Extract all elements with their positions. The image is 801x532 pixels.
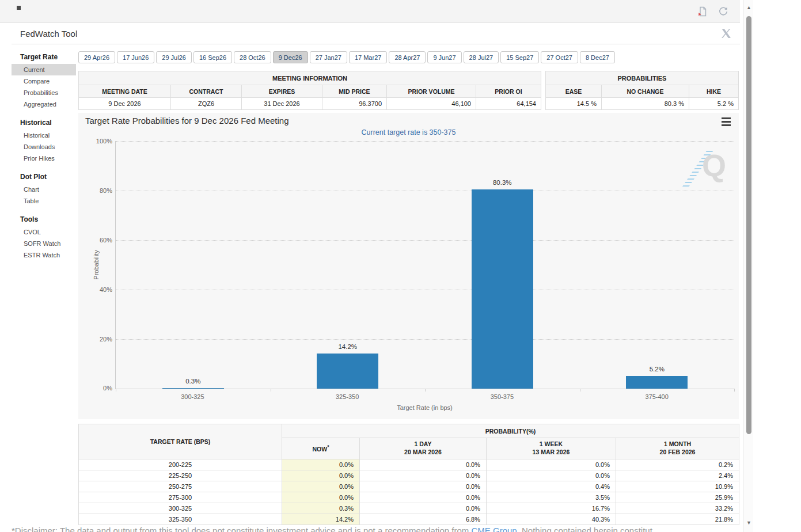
group-header-probability: PROBABILITY(%) [282,424,739,438]
col-expires: EXPIRES [242,85,322,98]
table-row: 275-300 0.0% 0.0% 3.5% 25.9% [79,492,739,503]
probability-bar [162,388,224,389]
x-axis-tick [580,389,580,392]
y-axis-tick: 0% [88,385,112,392]
col-hike: HIKE [689,85,738,98]
date-tab[interactable]: 27 Oct27 [541,51,578,63]
x-category-label: 325-350 [270,393,425,400]
col-meeting-date: MEETING DATE [79,85,171,98]
x-axis-title: Target Rate (in bps) [115,404,734,411]
chart-subtitle: Current target rate is 350-375 [78,128,739,136]
meeting-info-title: MEETING INFORMATION [79,71,541,85]
date-tab[interactable]: 16 Sep26 [193,51,232,63]
prior-volume-value: 46,100 [387,98,476,110]
vertical-scrollbar[interactable]: ▲ ▼ [743,0,753,532]
date-tab[interactable]: 29 Apr26 [78,51,115,63]
date-tab[interactable]: 9 Jun27 [427,51,461,63]
date-tab[interactable]: 28 Jul27 [464,51,499,63]
probability-history-table: TARGET RATE (BPS) PROBABILITY(%) NOW* 1 … [78,424,739,525]
chart-menu-icon[interactable] [722,117,731,128]
chart-plot-area: 100% 80% 60% 40% 20% 0% Probability 0.3%… [115,141,734,389]
ease-value: 14.5 % [545,98,601,110]
table-row: 225-250 0.0% 0.0% 0.0% 2.4% [79,470,739,481]
bar-value-label: 14.2% [338,343,357,350]
top-toolbar [0,0,740,23]
col-target-rate-bps: TARGET RATE (BPS) [79,424,282,459]
sidebar-group-tools: Tools [12,213,76,226]
sidebar-item-aggregated[interactable]: Aggregated [12,98,76,110]
probability-bar [472,189,533,389]
date-tab[interactable]: 28 Oct26 [234,51,271,63]
scrollbar-thumb[interactable] [746,16,751,434]
col-contract: CONTRACT [171,85,242,98]
y-axis-tick: 20% [88,336,112,343]
expires-value: 31 Dec 2026 [242,98,322,110]
scroll-up-icon[interactable]: ▲ [744,5,754,10]
sidebar-group-historical: Historical [12,116,76,130]
refresh-icon[interactable] [717,5,730,18]
bar-value-label: 80.3% [493,179,512,186]
contract-value: ZQZ6 [171,98,242,110]
date-tab[interactable]: 28 Apr27 [389,51,426,63]
x-social-icon[interactable] [720,28,733,40]
sidebar-group-dot-plot: Dot Plot [12,170,76,184]
x-category-label: 375-400 [579,393,734,400]
y-axis-tick: 100% [88,138,112,145]
sidebar-item-current[interactable]: Current [12,64,76,75]
sidebar-item-estr-watch[interactable]: ESTR Watch [12,249,76,261]
col-now: NOW* [282,438,360,459]
probability-bar [317,354,378,389]
sidebar-item-probabilities[interactable]: Probabilities [12,87,76,98]
x-axis-tick [734,389,735,392]
sidebar-item-prior-hikes[interactable]: Prior Hikes [12,153,76,164]
prior-oi-value: 64,154 [476,98,541,110]
sidebar-item-downloads[interactable]: Downloads [12,141,76,153]
col-prior-volume: PRIOR VOLUME [387,85,476,98]
scroll-down-icon[interactable]: ▼ [744,520,754,526]
x-category-label: 300-325 [115,393,270,400]
sidebar-item-compare[interactable]: Compare [12,75,76,87]
title-bar: FedWatch Tool [12,23,740,44]
sidebar-item-historical[interactable]: Historical [12,130,76,141]
y-axis-tick: 40% [88,286,112,293]
sidebar-item-chart[interactable]: Chart [12,184,76,195]
col-1-month: 1 MONTH20 FEB 2026 [616,438,739,459]
mid-price-value: 96.3700 [322,98,387,110]
x-axis-tick [425,389,426,392]
x-axis-tick [271,389,271,392]
col-prior-oi: PRIOR OI [476,85,541,98]
hike-value: 5.2 % [689,98,738,110]
sidebar: Target Rate Current Compare Probabilitie… [12,51,76,267]
probabilities-summary-table: PROBABILITIES EASE NO CHANGE HIKE 14.5 %… [545,71,739,110]
sidebar-group-target-rate: Target Rate [12,51,76,64]
meeting-information-table: MEETING INFORMATION MEETING DATE CONTRAC… [78,71,541,110]
cme-group-link[interactable]: CME Group [471,526,517,532]
table-row: 250-275 0.0% 0.0% 0.4% 10.9% [79,481,739,492]
date-tab[interactable]: 17 Mar27 [349,51,387,63]
chart-title: Target Rate Probabilities for 9 Dec 2026… [85,116,289,126]
sidebar-item-table[interactable]: Table [12,195,76,207]
probability-bar [626,376,688,389]
date-tab[interactable]: 17 Jun26 [117,51,154,63]
date-tab[interactable]: 15 Sep27 [500,51,539,63]
col-ease: EASE [545,85,601,98]
date-tab[interactable]: 29 Jul26 [156,51,192,63]
app-logo-mark [17,6,21,10]
x-axis-tick [116,389,116,392]
col-1-week: 1 WEEK13 MAR 2026 [487,438,616,459]
date-tab[interactable]: 27 Jan27 [310,51,347,63]
date-tab[interactable]: 8 Dec27 [580,51,615,63]
col-mid-price: MID PRICE [322,85,387,98]
y-axis-tick: 80% [88,187,112,194]
sidebar-item-cvol[interactable]: CVOL [12,226,76,238]
export-document-icon[interactable] [696,5,709,18]
table-row: 300-325 0.3% 0.0% 16.7% 33.2% [79,503,739,514]
date-tab-selected[interactable]: 9 Dec26 [273,51,308,63]
probability-bar-chart: Target Rate Probabilities for 9 Dec 2026… [78,113,739,419]
no-change-value: 80.3 % [601,98,689,110]
page-title: FedWatch Tool [20,29,77,39]
col-no-change: NO CHANGE [601,85,689,98]
sidebar-item-sofr-watch[interactable]: SOFR Watch [12,238,76,249]
meeting-date-value: 9 Dec 2026 [79,98,171,110]
disclaimer-text: *Disclaimer: The data and output from th… [12,526,749,532]
